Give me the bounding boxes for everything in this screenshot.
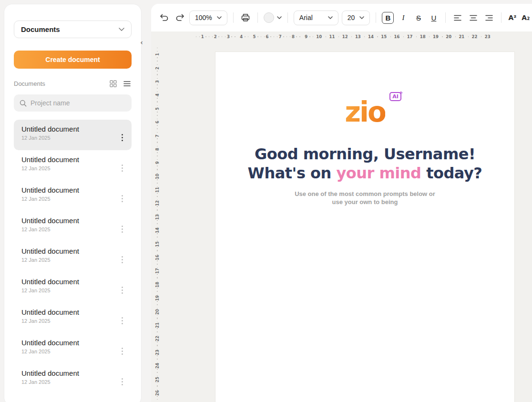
- document-menu-button[interactable]: [118, 284, 127, 297]
- document-title: Untitled document: [21, 186, 79, 194]
- documents-section-header: Documents: [14, 79, 132, 88]
- document-menu-button[interactable]: [118, 131, 127, 144]
- collapse-sidebar-button[interactable]: ‹: [137, 38, 146, 47]
- document-list: Untitled document 12 Jan 2025 Untitled d…: [14, 120, 132, 394]
- ruler-mark: 2: [154, 61, 160, 74]
- document-list-item[interactable]: Untitled document 12 Jan 2025: [14, 242, 132, 272]
- greeting-line2: What's on your mind today?: [215, 164, 514, 183]
- document-page[interactable]: zio AI+ Good morning, Username! What's o…: [215, 52, 515, 402]
- align-left-icon: [454, 15, 461, 21]
- document-date: 12 Jan 2025: [21, 257, 79, 263]
- ruler-mark: 25: [154, 372, 160, 386]
- document-list-item[interactable]: Untitled document 12 Jan 2025: [14, 181, 132, 211]
- document-list-item[interactable]: Untitled document 12 Jan 2025: [14, 120, 132, 150]
- document-canvas: 1234567891011121314151617181920212223 12…: [151, 31, 532, 402]
- italic-button[interactable]: I: [397, 12, 409, 24]
- redo-button[interactable]: [174, 11, 186, 24]
- document-title: Untitled document: [21, 155, 79, 164]
- document-menu-button[interactable]: [118, 192, 127, 205]
- zio-logo: zio AI+: [345, 100, 385, 124]
- document-title: Untitled document: [21, 216, 79, 225]
- align-right-button[interactable]: [483, 11, 495, 24]
- document-date: 12 Jan 2025: [21, 349, 79, 354]
- document-list-item[interactable]: Untitled document 12 Jan 2025: [14, 364, 132, 394]
- font-size-value: 20: [348, 14, 355, 21]
- ai-badge-plus-icon: +: [399, 90, 403, 96]
- document-list-item[interactable]: Untitled document 12 Jan 2025: [14, 333, 132, 364]
- ruler-mark: 16: [154, 251, 160, 264]
- kebab-icon: [122, 195, 123, 202]
- ruler-mark: 4: [154, 88, 160, 102]
- font-family-select[interactable]: Arial: [294, 10, 338, 25]
- print-button[interactable]: [239, 11, 252, 24]
- ruler-mark: 17: [403, 34, 416, 40]
- ruler-mark: 20: [442, 34, 455, 40]
- ruler-mark: 9: [300, 34, 313, 40]
- kebab-icon: [122, 287, 123, 294]
- ruler-mark: 2: [209, 34, 222, 40]
- ruler-mark: 5: [248, 34, 261, 40]
- toolbar-divider: [501, 12, 501, 23]
- ruler-mark: 10: [154, 170, 160, 183]
- font-family-value: Arial: [299, 14, 313, 21]
- vertical-ruler: 1234567891011121314151617181920212223242…: [153, 42, 162, 402]
- align-right-icon: [485, 15, 493, 21]
- kebab-icon: [122, 378, 123, 385]
- ruler-mark: 20: [154, 305, 160, 318]
- document-title: Untitled document: [21, 308, 79, 316]
- kebab-icon: [122, 134, 123, 141]
- ruler-mark: 7: [154, 129, 160, 142]
- toolbar-divider: [287, 12, 288, 23]
- ruler-mark: 4: [235, 34, 248, 40]
- workspace-selector[interactable]: Documents: [14, 21, 132, 38]
- document-list-item[interactable]: Untitled document 12 Jan 2025: [14, 150, 132, 181]
- ruler-mark: 12: [338, 34, 351, 40]
- bold-button[interactable]: B: [382, 12, 394, 24]
- ruler-mark: 13: [154, 210, 160, 224]
- search-input[interactable]: [31, 99, 126, 107]
- workspace-selector-label: Documents: [21, 25, 60, 33]
- subscript-button[interactable]: A₂: [521, 14, 531, 21]
- kebab-icon: [122, 256, 123, 263]
- ruler-mark: 15: [378, 34, 390, 40]
- list-view-icon: [123, 81, 131, 87]
- document-list-item[interactable]: Untitled document 12 Jan 2025: [14, 272, 132, 303]
- ruler-mark: 26: [154, 386, 160, 400]
- document-menu-button[interactable]: [118, 223, 127, 236]
- undo-button[interactable]: [158, 11, 170, 24]
- superscript-button[interactable]: A²: [507, 14, 517, 21]
- ruler-mark: 1: [154, 48, 160, 61]
- font-size-select[interactable]: 20: [342, 10, 370, 25]
- document-menu-button[interactable]: [118, 253, 127, 266]
- toolbar-divider: [233, 12, 234, 23]
- zoom-select[interactable]: 100%: [189, 10, 227, 25]
- document-menu-button[interactable]: [118, 314, 127, 327]
- ruler-mark: 16: [390, 34, 403, 40]
- ruler-mark: 8: [286, 34, 299, 40]
- ruler-mark: 15: [154, 237, 160, 250]
- kebab-icon: [122, 317, 123, 324]
- document-search: [14, 94, 132, 112]
- ruler-mark: 11: [326, 34, 338, 40]
- text-color-picker[interactable]: [264, 12, 282, 23]
- ruler-mark: 22: [154, 332, 160, 345]
- document-list-item[interactable]: Untitled document 12 Jan 2025: [14, 303, 132, 333]
- documents-section-title: Documents: [14, 80, 45, 87]
- create-document-button[interactable]: Create document: [14, 51, 132, 69]
- underline-button[interactable]: U: [428, 12, 440, 24]
- list-view-button[interactable]: [123, 80, 132, 88]
- grid-view-button[interactable]: [109, 79, 118, 88]
- document-menu-button[interactable]: [118, 375, 127, 388]
- chevron-down-icon: [328, 16, 333, 19]
- document-list-item[interactable]: Untitled document 12 Jan 2025: [14, 211, 132, 242]
- document-menu-button[interactable]: [118, 345, 127, 358]
- zoom-value: 100%: [195, 14, 212, 21]
- ruler-mark: 7: [274, 34, 286, 40]
- zio-logo-text: zio: [345, 96, 385, 128]
- document-title: Untitled document: [21, 339, 79, 347]
- align-center-button[interactable]: [467, 11, 480, 24]
- document-menu-button[interactable]: [118, 162, 127, 175]
- ruler-mark: 8: [154, 143, 160, 156]
- align-left-button[interactable]: [451, 11, 464, 24]
- strikethrough-button[interactable]: S: [412, 12, 424, 24]
